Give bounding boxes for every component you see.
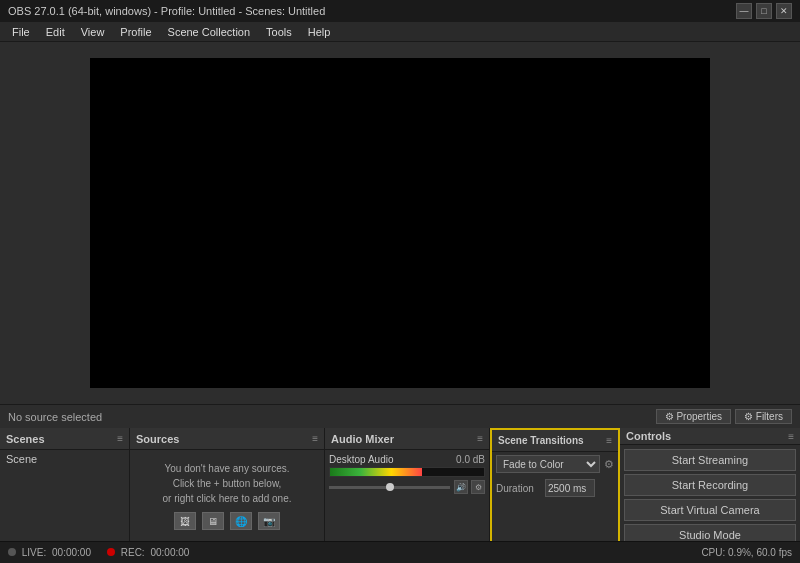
transition-gear-icon[interactable]: ⚙ bbox=[604, 458, 614, 471]
source-icon-camera: 📷 bbox=[258, 512, 280, 530]
minimize-button[interactable]: — bbox=[736, 3, 752, 19]
status-bar-bottom: LIVE: 00:00:00 REC: 00:00:00 CPU: 0.9%, … bbox=[0, 541, 800, 563]
duration-input[interactable] bbox=[545, 479, 595, 497]
transitions-panel-icon[interactable]: ≡ bbox=[606, 435, 612, 446]
sources-panel-title: Sources bbox=[136, 433, 179, 445]
menu-help[interactable]: Help bbox=[300, 22, 339, 42]
audio-meter-fill bbox=[330, 468, 422, 476]
transitions-panel-header: Scene Transitions ≡ bbox=[492, 430, 618, 452]
audio-volume-slider[interactable] bbox=[329, 486, 450, 489]
scene-item[interactable]: Scene bbox=[4, 452, 125, 466]
audio-meter bbox=[329, 467, 485, 477]
rec-time: 00:00:00 bbox=[150, 547, 189, 558]
scenes-panel-header: Scenes ≡ bbox=[0, 428, 129, 450]
close-button[interactable]: ✕ bbox=[776, 3, 792, 19]
live-label: LIVE: bbox=[22, 547, 46, 558]
sources-icons: 🖼 🖥 🌐 📷 bbox=[174, 512, 280, 530]
transitions-panel-content: Fade to Color Cut Fade Swipe Slide Sting… bbox=[492, 452, 618, 500]
live-dot bbox=[8, 548, 16, 556]
status-bar-top: No source selected ⚙ Properties ⚙ Filter… bbox=[0, 404, 800, 428]
transition-duration-row: Duration bbox=[492, 476, 618, 500]
rec-dot bbox=[107, 548, 115, 556]
filters-button[interactable]: ⚙ Filters bbox=[735, 409, 792, 424]
audio-settings-icon[interactable]: ⚙ bbox=[471, 480, 485, 494]
audio-track-header: Desktop Audio 0.0 dB bbox=[329, 454, 485, 465]
sources-empty-text: You don't have any sources. Click the + … bbox=[163, 461, 292, 506]
controls-panel-header: Controls ≡ bbox=[620, 428, 800, 445]
scenes-panel-title: Scenes bbox=[6, 433, 45, 445]
source-icon-image: 🖼 bbox=[174, 512, 196, 530]
duration-label: Duration bbox=[496, 483, 541, 494]
audio-action-icons: 🔊 ⚙ bbox=[454, 480, 485, 494]
audio-panel-title: Audio Mixer bbox=[331, 433, 394, 445]
start-recording-button[interactable]: Start Recording bbox=[624, 474, 796, 496]
bottom-area: No source selected ⚙ Properties ⚙ Filter… bbox=[0, 404, 800, 563]
audio-track-name: Desktop Audio bbox=[329, 454, 394, 465]
title-bar: OBS 27.0.1 (64-bit, windows) - Profile: … bbox=[0, 0, 800, 22]
live-indicator: LIVE: 00:00:00 bbox=[8, 547, 91, 558]
props-filters: ⚙ Properties ⚙ Filters bbox=[656, 409, 792, 424]
properties-button[interactable]: ⚙ Properties bbox=[656, 409, 731, 424]
audio-track: Desktop Audio 0.0 dB bbox=[329, 454, 485, 494]
no-source-label: No source selected bbox=[8, 411, 102, 423]
window-controls: — □ ✕ bbox=[736, 3, 792, 19]
menu-profile[interactable]: Profile bbox=[112, 22, 159, 42]
live-time: 00:00:00 bbox=[52, 547, 91, 558]
preview-wrapper bbox=[0, 42, 800, 404]
sources-panel-icon[interactable]: ≡ bbox=[312, 433, 318, 444]
rec-label: REC: bbox=[121, 547, 145, 558]
window-title: OBS 27.0.1 (64-bit, windows) - Profile: … bbox=[8, 5, 325, 17]
sources-panel-header: Sources ≡ bbox=[130, 428, 324, 450]
audio-slider-thumb bbox=[386, 483, 394, 491]
audio-panel-header: Audio Mixer ≡ bbox=[325, 428, 489, 450]
maximize-button[interactable]: □ bbox=[756, 3, 772, 19]
audio-panel-icon[interactable]: ≡ bbox=[477, 433, 483, 444]
rec-indicator: REC: 00:00:00 bbox=[107, 547, 189, 558]
source-icon-display: 🖥 bbox=[202, 512, 224, 530]
cpu-label: CPU: 0.9%, 60.0 fps bbox=[701, 547, 792, 558]
start-virtual-camera-button[interactable]: Start Virtual Camera bbox=[624, 499, 796, 521]
menu-scene-collection[interactable]: Scene Collection bbox=[160, 22, 259, 42]
controls-panel-icon[interactable]: ≡ bbox=[788, 431, 794, 442]
transitions-panel-title: Scene Transitions bbox=[498, 435, 584, 446]
audio-slider-row: 🔊 ⚙ bbox=[329, 480, 485, 494]
transition-type-row: Fade to Color Cut Fade Swipe Slide Sting… bbox=[492, 452, 618, 476]
start-streaming-button[interactable]: Start Streaming bbox=[624, 449, 796, 471]
app-window: OBS 27.0.1 (64-bit, windows) - Profile: … bbox=[0, 0, 800, 563]
menu-view[interactable]: View bbox=[73, 22, 113, 42]
controls-panel-title: Controls bbox=[626, 430, 671, 442]
menu-tools[interactable]: Tools bbox=[258, 22, 300, 42]
menu-bar: File Edit View Profile Scene Collection … bbox=[0, 22, 800, 42]
transition-type-select[interactable]: Fade to Color Cut Fade Swipe Slide Sting… bbox=[496, 455, 600, 473]
menu-edit[interactable]: Edit bbox=[38, 22, 73, 42]
source-icon-browser: 🌐 bbox=[230, 512, 252, 530]
preview-canvas bbox=[90, 58, 710, 388]
scenes-panel-content: Scene bbox=[0, 450, 129, 541]
scenes-panel-icon[interactable]: ≡ bbox=[117, 433, 123, 444]
sources-panel-content: You don't have any sources. Click the + … bbox=[130, 450, 324, 541]
audio-mute-icon[interactable]: 🔊 bbox=[454, 480, 468, 494]
main-content: File Edit View Profile Scene Collection … bbox=[0, 22, 800, 563]
menu-file[interactable]: File bbox=[4, 22, 38, 42]
audio-track-db: 0.0 dB bbox=[456, 454, 485, 465]
